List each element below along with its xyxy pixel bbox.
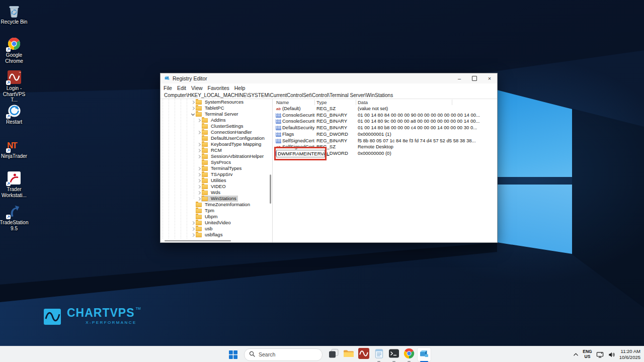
desktop-icon-login-chartvps[interactable]: ™Login - ChartVPS T...	[0, 69, 28, 103]
tree-item-usbflags[interactable]: usbflags	[160, 232, 273, 238]
chevron-right-icon[interactable]	[197, 130, 201, 135]
hidden-icons-chevron[interactable]	[571, 348, 581, 361]
tree-item-terminal-server[interactable]: Terminal Server	[160, 111, 273, 117]
tree-item-label: SessionArbitrationHelper	[209, 153, 265, 159]
folder-icon	[196, 227, 202, 231]
notepad-icon	[374, 348, 384, 361]
desktop-icon-ninjatrader[interactable]: NTNinjaTrader	[0, 137, 28, 159]
chevron-right-icon[interactable]	[191, 106, 195, 111]
window-body: SystemResourcesTabletPCTerminal ServerAd…	[160, 99, 497, 242]
chevron-right-icon[interactable]	[197, 166, 201, 171]
tree-item-timezoneinformation[interactable]: TimeZoneInformation	[160, 202, 273, 208]
chevron-right-icon[interactable]	[191, 227, 195, 231]
tree-item-sessionarbitrationhelper[interactable]: SessionArbitrationHelper	[160, 153, 273, 159]
tree-item-addins[interactable]: AddIns	[160, 117, 273, 123]
column-header-data[interactable]: Data	[358, 100, 368, 105]
tree-item-systemresources[interactable]: SystemResources	[160, 99, 273, 105]
value-data: 01 00 14 80 b8 00 00 00 c4 00 00 00 14 0…	[358, 125, 496, 131]
volume-icon[interactable]	[606, 348, 617, 361]
menu-item-file[interactable]: File	[164, 85, 172, 91]
taskbar-chartvps[interactable]	[357, 347, 371, 361]
folder-icon	[202, 124, 208, 129]
menu-item-view[interactable]: View	[191, 85, 203, 91]
desktop-icon-recycle-bin[interactable]: Recycle Bin	[0, 3, 28, 25]
taskbar-notepad[interactable]	[372, 347, 386, 361]
tree-item-rcm[interactable]: RCM	[160, 147, 273, 153]
search-box[interactable]: Search	[244, 348, 323, 361]
value-row-defaultsecurity[interactable]: DefaultSecurityREG_BINARY01 00 14 80 b8 …	[273, 125, 497, 131]
tree-horizontal-scrollbar[interactable]	[165, 240, 231, 241]
desktop-icon-google-chrome[interactable]: Google Chrome	[0, 36, 28, 64]
chevron-right-icon[interactable]	[197, 118, 201, 123]
folder-icon	[202, 136, 208, 141]
tree-item-sysprocs[interactable]: SysProcs	[160, 159, 273, 165]
chevron-right-icon[interactable]	[191, 221, 195, 225]
column-header-type[interactable]: Type	[316, 100, 327, 105]
tree-item-connectionhandler[interactable]: ConnectionHandler	[160, 129, 273, 135]
chevron-right-icon[interactable]	[191, 233, 195, 237]
chevron-right-icon[interactable]	[197, 172, 201, 177]
desktop-icon-restart[interactable]: Restart	[0, 103, 28, 125]
ninjatrader-icon: NT	[7, 137, 22, 152]
value-row-consolesecurity[interactable]: ConsoleSecurity...REG_BINARY01 00 14 80 …	[273, 118, 497, 125]
chevron-right-icon[interactable]	[197, 197, 201, 201]
desktop-icon-tradestation[interactable]: TradeStation 9.5	[0, 204, 28, 231]
chevron-right-icon[interactable]	[197, 154, 201, 159]
value-rename-input[interactable]: DWMFRAMEINTERVAL	[276, 150, 325, 157]
menu-item-help[interactable]: Help	[234, 85, 246, 91]
taskbar-file-explorer[interactable]	[342, 347, 356, 361]
value-row-default[interactable]: ab(Default)REG_SZ(value not set)	[273, 106, 497, 112]
tree-item-core: SysProcs	[201, 159, 232, 165]
taskbar-terminal[interactable]	[387, 347, 401, 361]
chevron-right-icon[interactable]	[197, 148, 201, 153]
taskbar-task-view[interactable]	[327, 347, 341, 361]
tree-item-tsappsrv[interactable]: TSAppSrv	[160, 171, 273, 177]
menu-item-edit[interactable]: Edit	[177, 85, 186, 91]
close-button[interactable]: ×	[482, 73, 497, 83]
network-icon[interactable]	[594, 348, 606, 361]
chevron-right-icon[interactable]	[197, 142, 201, 147]
chevron-right-icon[interactable]	[191, 100, 195, 105]
google-chrome-icon	[7, 36, 22, 51]
chevron-right-icon[interactable]	[197, 191, 201, 195]
clock[interactable]: 11:20 AM 10/6/2025	[617, 348, 642, 361]
folder-icon	[196, 100, 202, 105]
chevron-down-icon[interactable]	[191, 112, 195, 117]
desktop-icon-trader-workstation[interactable]: Trader Workstati...	[0, 170, 28, 198]
tree-item-tpm[interactable]: Tpm	[160, 208, 273, 214]
tree-item-label: Utilities	[209, 177, 228, 184]
tree-item-terminaltypes[interactable]: TerminalTypes	[160, 165, 273, 171]
column-header-name[interactable]: Name	[276, 100, 289, 105]
value-name: SelfSignedCertSt...	[282, 144, 314, 150]
tree-vertical-scrollbar[interactable]	[270, 174, 271, 204]
tree-item-video[interactable]: VIDEO	[160, 184, 273, 190]
tree-item-clustersettings[interactable]: ClusterSettings	[160, 123, 273, 129]
column-divider	[314, 100, 315, 105]
tree-item-label: SysProcs	[209, 159, 232, 165]
chevron-right-icon[interactable]	[197, 178, 201, 183]
tree-item-usb[interactable]: usb	[160, 226, 273, 232]
value-row-selfsignedcertifi[interactable]: SelfSignedCertifi...REG_BINARYf5 8b 80 0…	[273, 138, 497, 144]
maximize-button[interactable]	[467, 73, 482, 83]
value-row-flags[interactable]: FlagsREG_DWORD0x00000001 (1)	[273, 131, 497, 138]
minimize-button[interactable]: –	[452, 73, 467, 83]
start-button[interactable]	[226, 347, 240, 361]
tree-item-tabletpc[interactable]: TabletPC	[160, 105, 273, 111]
tree-item-ubpm[interactable]: Ubpm	[160, 214, 273, 220]
tree-item-wds[interactable]: Wds	[160, 190, 273, 196]
value-row-consolesecurity[interactable]: ConsoleSecurityREG_BINARY01 00 14 80 84 …	[273, 112, 497, 119]
title-bar[interactable]: Registry Editor – ×	[160, 73, 497, 83]
chevron-right-icon[interactable]	[197, 185, 201, 189]
address-bar[interactable]: Computer\HKEY_LOCAL_MACHINE\SYSTEM\Curre…	[160, 92, 497, 99]
taskbar-registry-editor[interactable]	[417, 347, 431, 361]
tree-item-defaultuserconfiguration[interactable]: DefaultUserConfiguration	[160, 135, 273, 141]
tree-item-unitedvideo[interactable]: UnitedVideo	[160, 220, 273, 226]
language-indicator[interactable]: ENG US	[581, 348, 594, 361]
svg-text:™: ™	[19, 71, 21, 74]
tree-item-utilities[interactable]: Utilities	[160, 177, 273, 184]
tree-item-keyboardtype-mapping[interactable]: KeyboardType Mapping	[160, 141, 273, 147]
value-row-selfsignedcertst[interactable]: abSelfSignedCertSt...REG_SZRemote Deskto…	[273, 144, 497, 150]
taskbar-chrome[interactable]	[402, 347, 416, 361]
menu-item-favorites[interactable]: Favorites	[208, 85, 229, 91]
tree-item-winstations[interactable]: WinStations	[160, 196, 273, 202]
